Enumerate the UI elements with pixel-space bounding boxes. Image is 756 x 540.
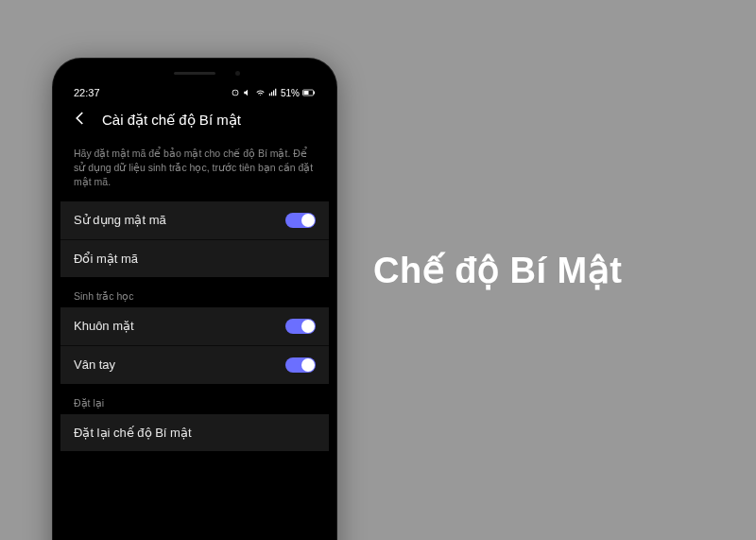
mute-icon [243,88,252,97]
use-passcode-toggle[interactable] [285,213,316,228]
battery-percent: 51% [281,88,300,98]
back-icon[interactable] [72,110,89,130]
biometric-header: Sinh trắc học [60,283,329,307]
fingerprint-row[interactable]: Vân tay [60,346,329,384]
reset-secret-row[interactable]: Đặt lại chế độ Bí mật [60,414,329,451]
biometric-section: Sinh trắc học Khuôn mặt Vân tay [60,283,329,384]
alarm-icon [231,88,240,97]
change-passcode-row[interactable]: Đổi mật mã [60,240,329,277]
description-text: Hãy đặt mật mã để bảo mật cho chế độ Bí … [60,139,329,201]
face-label: Khuôn mặt [74,319,134,333]
reset-header: Đặt lại [60,390,329,414]
fingerprint-toggle[interactable] [285,357,316,373]
headline-text: Chế độ Bí Mật [373,250,622,291]
phone-frame: 22:37 51% [53,59,336,540]
use-passcode-row[interactable]: Sử dụng mật mã [60,201,329,240]
svg-rect-2 [314,92,315,95]
app-header: Cài đặt chế độ Bí mật [60,100,329,139]
svg-rect-1 [304,91,309,95]
use-passcode-label: Sử dụng mật mã [74,213,166,227]
face-row[interactable]: Khuôn mặt [60,307,329,346]
status-bar: 22:37 51% [60,83,329,100]
reset-section: Đặt lại Đặt lại chế độ Bí mật [60,390,329,451]
signal-icon [268,88,278,97]
passcode-section: Sử dụng mật mã Đổi mật mã [60,201,329,277]
change-passcode-label: Đổi mật mã [74,252,138,266]
fingerprint-label: Vân tay [74,357,115,372]
face-toggle[interactable] [285,319,316,334]
battery-icon [302,88,316,97]
phone-notch [166,70,223,76]
page-title: Cài đặt chế độ Bí mật [102,112,241,129]
wifi-icon [255,88,266,97]
screen: 22:37 51% [60,83,329,540]
reset-secret-label: Đặt lại chế độ Bí mật [74,426,192,440]
status-time: 22:37 [74,87,100,98]
